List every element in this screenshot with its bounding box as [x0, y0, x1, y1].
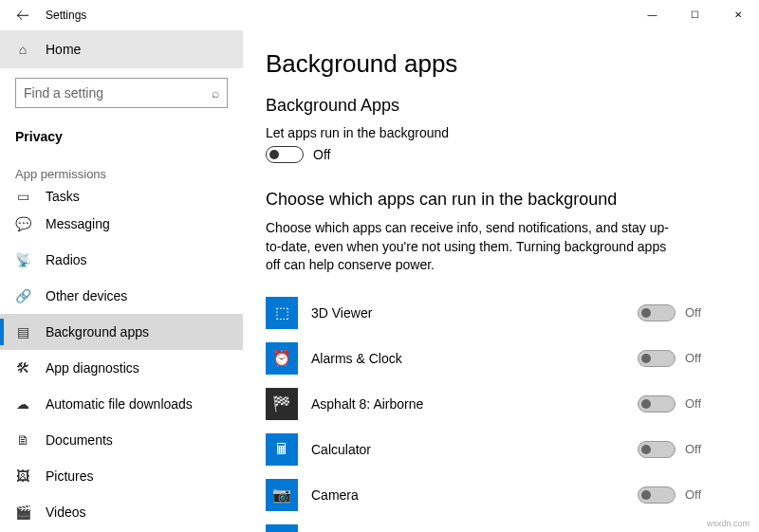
app-tile-icon: 🖩 [266, 433, 298, 466]
sidebar-item-tasks[interactable]: ▭Tasks [0, 187, 243, 206]
sidebar-item-app-diagnostics[interactable]: 🛠App diagnostics [0, 350, 243, 386]
nav-label: Pictures [46, 468, 94, 484]
app-list: ⬚ 3D Viewer Off ⏰ Alarms & Clock Off 🏁 A… [266, 290, 731, 532]
sidebar-home[interactable]: ⌂ Home [0, 30, 243, 68]
sidebar-item-videos[interactable]: 🎬Videos [0, 494, 243, 530]
minimize-button[interactable]: — [631, 0, 674, 28]
app-toggle-state: Off [685, 487, 712, 502]
master-toggle-state: Off [313, 147, 330, 162]
app-row-asphalt-8: 🏁 Asphalt 8: Airborne Off [266, 381, 731, 427]
sidebar-item-other-devices[interactable]: 🔗Other devices [0, 278, 243, 314]
app-toggle[interactable] [638, 395, 676, 413]
nav-label: Automatic file downloads [46, 396, 193, 412]
app-tile-icon: ◯ [266, 524, 298, 532]
watermark: wsxdn.com [707, 519, 750, 528]
section-choose-apps-title: Choose which apps can run in the backgro… [266, 190, 731, 210]
app-name: Calculator [311, 442, 638, 457]
titlebar: 🡠 Settings — ☐ ✕ [0, 0, 759, 30]
search-icon: ⌕ [212, 85, 219, 101]
app-toggle-state: Off [685, 396, 712, 411]
maximize-button[interactable]: ☐ [674, 0, 716, 28]
radios-icon: 📡 [15, 252, 30, 267]
app-row-alarms-clock: ⏰ Alarms & Clock Off [266, 336, 731, 381]
category-title: Privacy [0, 118, 243, 152]
sidebar: ⌂ Home Find a setting ⌕ Privacy App perm… [0, 30, 243, 532]
videos-icon: 🎬 [15, 504, 30, 520]
other-devices-icon: 🔗 [15, 288, 30, 303]
app-diagnostics-icon: 🛠 [15, 360, 30, 376]
master-toggle-label: Let apps run in the background [266, 125, 731, 140]
back-button[interactable]: 🡠 [8, 0, 38, 30]
app-toggle[interactable] [638, 486, 676, 504]
app-toggle-state: Off [685, 351, 712, 365]
home-icon: ⌂ [15, 42, 30, 57]
window-title: Settings [46, 9, 86, 22]
app-toggle-state: Off [685, 305, 712, 320]
tasks-icon: ▭ [15, 189, 30, 204]
section-header: App permissions [0, 152, 243, 187]
cloud-download-icon: ☁ [15, 396, 30, 412]
nav-label: Videos [46, 504, 86, 520]
nav-label: App diagnostics [46, 360, 139, 376]
app-tile-icon: 📷 [266, 479, 298, 511]
app-name: Alarms & Clock [311, 351, 638, 366]
app-row-calculator: 🖩 Calculator Off [266, 427, 731, 472]
nav-list: ▭Tasks 💬Messaging 📡Radios 🔗Other devices… [0, 187, 243, 532]
app-toggle[interactable] [638, 304, 676, 321]
content: Background apps Background Apps Let apps… [243, 30, 759, 532]
master-toggle[interactable] [266, 146, 304, 163]
app-row-3d-viewer: ⬚ 3D Viewer Off [266, 290, 731, 336]
nav-label: Background apps [46, 324, 149, 339]
app-toggle[interactable] [638, 441, 676, 458]
home-label: Home [46, 42, 81, 57]
app-name: Camera [311, 487, 638, 503]
messaging-icon: 💬 [15, 216, 30, 231]
sidebar-item-messaging[interactable]: 💬Messaging [0, 206, 243, 242]
app-tile-icon: ⬚ [266, 297, 298, 329]
choose-apps-description: Choose which apps can receive info, send… [266, 219, 674, 275]
app-tile-icon: ⏰ [266, 342, 298, 375]
nav-label: Tasks [46, 189, 80, 204]
app-row-camera: 📷 Camera Off [266, 472, 731, 518]
pictures-icon: 🖼 [15, 468, 30, 484]
nav-label: Messaging [46, 216, 110, 231]
page-title: Background apps [266, 49, 731, 79]
sidebar-item-radios[interactable]: 📡Radios [0, 242, 243, 278]
nav-label: Radios [46, 252, 87, 267]
search-placeholder: Find a setting [24, 85, 103, 101]
sidebar-item-pictures[interactable]: 🖼Pictures [0, 458, 243, 494]
window-controls: — ☐ ✕ [631, 0, 759, 28]
background-apps-icon: ▤ [15, 324, 30, 339]
sidebar-item-background-apps[interactable]: ▤Background apps [0, 314, 243, 350]
search-input[interactable]: Find a setting ⌕ [15, 78, 228, 108]
nav-label: Documents [46, 432, 113, 448]
close-button[interactable]: ✕ [716, 0, 759, 28]
app-name: 3D Viewer [311, 305, 638, 321]
sidebar-item-documents[interactable]: 🗎Documents [0, 422, 243, 458]
nav-label: Other devices [46, 288, 127, 303]
app-toggle[interactable] [638, 350, 676, 367]
app-name: Asphalt 8: Airborne [311, 396, 638, 412]
documents-icon: 🗎 [15, 432, 30, 448]
app-tile-icon: 🏁 [266, 388, 298, 420]
app-toggle-state: Off [685, 442, 712, 456]
sidebar-item-auto-file-downloads[interactable]: ☁Automatic file downloads [0, 386, 243, 422]
app-row-cortana: ◯ Cortana Off [266, 518, 731, 532]
section-background-apps-title: Background Apps [266, 96, 731, 116]
